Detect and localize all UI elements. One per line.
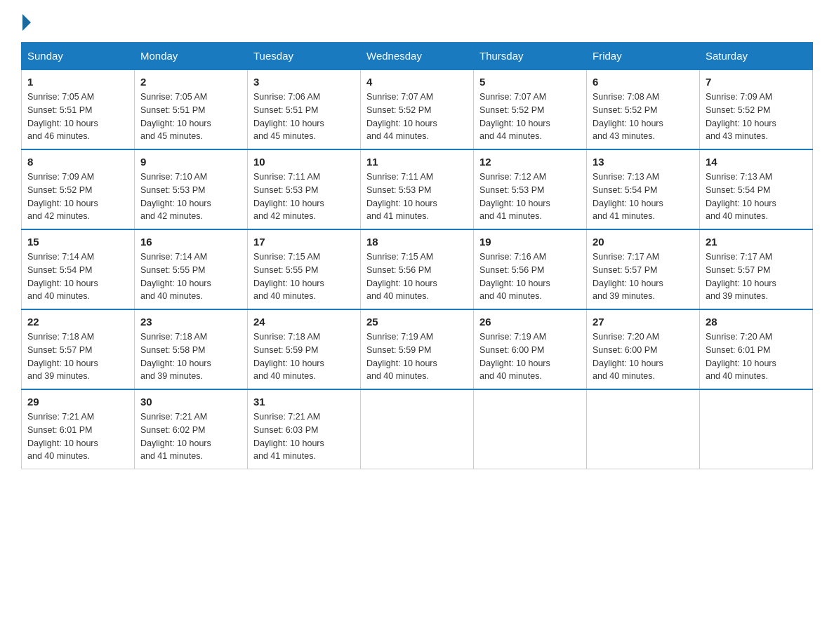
column-header-tuesday: Tuesday [248,43,361,70]
day-info: Sunrise: 7:13 AMSunset: 5:54 PMDaylight:… [593,170,694,223]
day-cell: 2 Sunrise: 7:05 AMSunset: 5:51 PMDayligh… [135,69,248,149]
day-cell: 29 Sunrise: 7:21 AMSunset: 6:01 PMDaylig… [22,389,135,469]
day-info: Sunrise: 7:15 AMSunset: 5:56 PMDaylight:… [366,250,468,303]
day-info: Sunrise: 7:18 AMSunset: 5:58 PMDaylight:… [140,330,241,383]
day-info: Sunrise: 7:19 AMSunset: 6:00 PMDaylight:… [479,330,581,383]
day-number: 8 [27,156,128,168]
week-row-1: 1 Sunrise: 7:05 AMSunset: 5:51 PMDayligh… [22,69,813,149]
day-info: Sunrise: 7:14 AMSunset: 5:54 PMDaylight:… [27,250,128,303]
day-info: Sunrise: 7:11 AMSunset: 5:53 PMDaylight:… [366,170,468,223]
column-header-thursday: Thursday [474,43,587,70]
day-number: 31 [253,396,355,408]
calendar-body: 1 Sunrise: 7:05 AMSunset: 5:51 PMDayligh… [22,69,813,469]
day-cell: 3 Sunrise: 7:06 AMSunset: 5:51 PMDayligh… [248,69,361,149]
calendar-header: SundayMondayTuesdayWednesdayThursdayFrid… [22,43,813,70]
day-number: 25 [366,316,468,328]
day-number: 23 [140,316,241,328]
logo-arrow-icon [22,14,31,31]
day-cell: 9 Sunrise: 7:10 AMSunset: 5:53 PMDayligh… [135,149,248,229]
day-number: 2 [140,76,241,88]
day-cell: 20 Sunrise: 7:17 AMSunset: 5:57 PMDaylig… [587,229,700,309]
day-info: Sunrise: 7:14 AMSunset: 5:55 PMDaylight:… [140,250,241,303]
column-header-wednesday: Wednesday [361,43,474,70]
day-number: 10 [253,156,355,168]
day-cell [587,389,700,469]
day-number: 30 [140,396,241,408]
day-info: Sunrise: 7:16 AMSunset: 5:56 PMDaylight:… [479,250,581,303]
day-cell: 27 Sunrise: 7:20 AMSunset: 6:00 PMDaylig… [587,309,700,389]
day-info: Sunrise: 7:09 AMSunset: 5:52 PMDaylight:… [27,170,128,223]
day-number: 15 [27,236,128,248]
day-cell: 10 Sunrise: 7:11 AMSunset: 5:53 PMDaylig… [248,149,361,229]
day-info: Sunrise: 7:06 AMSunset: 5:51 PMDaylight:… [253,90,355,143]
day-cell: 11 Sunrise: 7:11 AMSunset: 5:53 PMDaylig… [361,149,474,229]
day-cell: 25 Sunrise: 7:19 AMSunset: 5:59 PMDaylig… [361,309,474,389]
day-cell: 31 Sunrise: 7:21 AMSunset: 6:03 PMDaylig… [248,389,361,469]
day-number: 16 [140,236,241,248]
day-info: Sunrise: 7:08 AMSunset: 5:52 PMDaylight:… [593,90,694,143]
day-number: 13 [593,156,694,168]
day-info: Sunrise: 7:05 AMSunset: 5:51 PMDaylight:… [27,90,128,143]
day-cell: 8 Sunrise: 7:09 AMSunset: 5:52 PMDayligh… [22,149,135,229]
day-info: Sunrise: 7:05 AMSunset: 5:51 PMDaylight:… [140,90,241,143]
day-cell: 4 Sunrise: 7:07 AMSunset: 5:52 PMDayligh… [361,69,474,149]
day-number: 11 [366,156,468,168]
day-info: Sunrise: 7:21 AMSunset: 6:02 PMDaylight:… [140,410,241,463]
day-cell: 22 Sunrise: 7:18 AMSunset: 5:57 PMDaylig… [22,309,135,389]
day-number: 7 [706,76,807,88]
day-info: Sunrise: 7:18 AMSunset: 5:59 PMDaylight:… [253,330,355,383]
day-cell: 7 Sunrise: 7:09 AMSunset: 5:52 PMDayligh… [700,69,813,149]
day-info: Sunrise: 7:15 AMSunset: 5:55 PMDaylight:… [253,250,355,303]
week-row-3: 15 Sunrise: 7:14 AMSunset: 5:54 PMDaylig… [22,229,813,309]
day-info: Sunrise: 7:21 AMSunset: 6:03 PMDaylight:… [253,410,355,463]
day-cell: 24 Sunrise: 7:18 AMSunset: 5:59 PMDaylig… [248,309,361,389]
day-number: 17 [253,236,355,248]
day-number: 4 [366,76,468,88]
day-cell: 21 Sunrise: 7:17 AMSunset: 5:57 PMDaylig… [700,229,813,309]
logo [21,14,31,28]
day-cell: 13 Sunrise: 7:13 AMSunset: 5:54 PMDaylig… [587,149,700,229]
day-info: Sunrise: 7:10 AMSunset: 5:53 PMDaylight:… [140,170,241,223]
page-header [21,14,813,28]
day-number: 20 [593,236,694,248]
day-number: 18 [366,236,468,248]
day-cell [474,389,587,469]
day-number: 12 [479,156,581,168]
column-header-monday: Monday [135,43,248,70]
day-info: Sunrise: 7:20 AMSunset: 6:01 PMDaylight:… [706,330,807,383]
calendar-table: SundayMondayTuesdayWednesdayThursdayFrid… [21,42,813,469]
day-cell: 23 Sunrise: 7:18 AMSunset: 5:58 PMDaylig… [135,309,248,389]
day-number: 14 [706,156,807,168]
column-header-friday: Friday [587,43,700,70]
day-cell: 5 Sunrise: 7:07 AMSunset: 5:52 PMDayligh… [474,69,587,149]
day-number: 28 [706,316,807,328]
day-info: Sunrise: 7:18 AMSunset: 5:57 PMDaylight:… [27,330,128,383]
day-cell [361,389,474,469]
day-number: 24 [253,316,355,328]
day-cell: 12 Sunrise: 7:12 AMSunset: 5:53 PMDaylig… [474,149,587,229]
day-info: Sunrise: 7:19 AMSunset: 5:59 PMDaylight:… [366,330,468,383]
day-number: 3 [253,76,355,88]
day-number: 19 [479,236,581,248]
day-cell: 18 Sunrise: 7:15 AMSunset: 5:56 PMDaylig… [361,229,474,309]
day-info: Sunrise: 7:11 AMSunset: 5:53 PMDaylight:… [253,170,355,223]
day-number: 22 [27,316,128,328]
week-row-4: 22 Sunrise: 7:18 AMSunset: 5:57 PMDaylig… [22,309,813,389]
day-cell: 26 Sunrise: 7:19 AMSunset: 6:00 PMDaylig… [474,309,587,389]
day-info: Sunrise: 7:09 AMSunset: 5:52 PMDaylight:… [706,90,807,143]
column-header-sunday: Sunday [22,43,135,70]
day-number: 27 [593,316,694,328]
day-cell: 17 Sunrise: 7:15 AMSunset: 5:55 PMDaylig… [248,229,361,309]
column-header-saturday: Saturday [700,43,813,70]
day-cell: 1 Sunrise: 7:05 AMSunset: 5:51 PMDayligh… [22,69,135,149]
day-cell [700,389,813,469]
day-info: Sunrise: 7:20 AMSunset: 6:00 PMDaylight:… [593,330,694,383]
day-info: Sunrise: 7:17 AMSunset: 5:57 PMDaylight:… [593,250,694,303]
day-number: 5 [479,76,581,88]
day-cell: 15 Sunrise: 7:14 AMSunset: 5:54 PMDaylig… [22,229,135,309]
week-row-2: 8 Sunrise: 7:09 AMSunset: 5:52 PMDayligh… [22,149,813,229]
day-number: 26 [479,316,581,328]
day-number: 21 [706,236,807,248]
day-info: Sunrise: 7:07 AMSunset: 5:52 PMDaylight:… [366,90,468,143]
day-info: Sunrise: 7:12 AMSunset: 5:53 PMDaylight:… [479,170,581,223]
